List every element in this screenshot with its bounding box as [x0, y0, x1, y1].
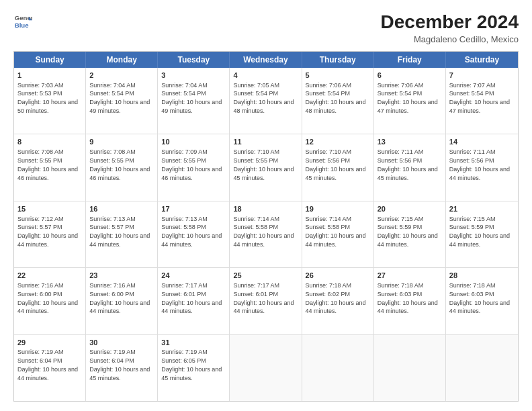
day-3: 3 Sunrise: 7:04 AMSunset: 5:54 PMDayligh… [158, 68, 230, 134]
day-20: 20 Sunrise: 7:15 AMSunset: 5:59 PMDaylig… [374, 201, 446, 267]
svg-text:Blue: Blue [15, 21, 29, 29]
day-14: 14 Sunrise: 7:11 AMSunset: 5:56 PMDaylig… [446, 134, 518, 200]
day-29: 29 Sunrise: 7:19 AMSunset: 6:04 PMDaylig… [14, 335, 86, 401]
day-30: 30 Sunrise: 7:19 AMSunset: 6:04 PMDaylig… [86, 335, 158, 401]
calendar: Sunday Monday Tuesday Wednesday Thursday… [13, 51, 519, 402]
day-4: 4 Sunrise: 7:05 AMSunset: 5:54 PMDayligh… [230, 68, 302, 134]
calendar-header: Sunday Monday Tuesday Wednesday Thursday… [14, 52, 518, 68]
day-2: 2 Sunrise: 7:04 AMSunset: 5:54 PMDayligh… [86, 68, 158, 134]
day-11: 11 Sunrise: 7:10 AMSunset: 5:55 PMDaylig… [230, 134, 302, 200]
week-row-4: 22 Sunrise: 7:16 AMSunset: 6:00 PMDaylig… [14, 267, 518, 334]
day-5: 5 Sunrise: 7:06 AMSunset: 5:54 PMDayligh… [302, 68, 374, 134]
day-24: 24 Sunrise: 7:17 AMSunset: 6:01 PMDaylig… [158, 268, 230, 334]
week-row-5: 29 Sunrise: 7:19 AMSunset: 6:04 PMDaylig… [14, 334, 518, 401]
day-12: 12 Sunrise: 7:10 AMSunset: 5:56 PMDaylig… [302, 134, 374, 200]
week-row-2: 8 Sunrise: 7:08 AMSunset: 5:55 PMDayligh… [14, 134, 518, 200]
empty-cell-1 [230, 335, 302, 401]
header: General Blue December 2024 Magdaleno Ced… [13, 12, 519, 44]
logo-icon: General Blue [13, 12, 32, 31]
title-section: December 2024 Magdaleno Cedillo, Mexico [381, 12, 519, 44]
day-15: 15 Sunrise: 7:12 AMSunset: 5:57 PMDaylig… [14, 201, 86, 267]
day-6: 6 Sunrise: 7:06 AMSunset: 5:54 PMDayligh… [374, 68, 446, 134]
day-27: 27 Sunrise: 7:18 AMSunset: 6:03 PMDaylig… [374, 268, 446, 334]
header-thursday: Thursday [302, 52, 374, 68]
empty-cell-2 [302, 335, 374, 401]
day-25: 25 Sunrise: 7:17 AMSunset: 6:01 PMDaylig… [230, 268, 302, 334]
page: General Blue December 2024 Magdaleno Ced… [0, 0, 532, 411]
empty-cell-3 [374, 335, 446, 401]
main-title: December 2024 [381, 12, 519, 33]
day-26: 26 Sunrise: 7:18 AMSunset: 6:02 PMDaylig… [302, 268, 374, 334]
header-sunday: Sunday [14, 52, 86, 68]
header-monday: Monday [86, 52, 158, 68]
header-saturday: Saturday [446, 52, 518, 68]
empty-cell-4 [446, 335, 518, 401]
week-row-1: 1 Sunrise: 7:03 AMSunset: 5:53 PMDayligh… [14, 68, 518, 134]
logo: General Blue [13, 12, 32, 31]
day-18: 18 Sunrise: 7:14 AMSunset: 5:58 PMDaylig… [230, 201, 302, 267]
day-28: 28 Sunrise: 7:18 AMSunset: 6:03 PMDaylig… [446, 268, 518, 334]
header-friday: Friday [374, 52, 446, 68]
week-row-3: 15 Sunrise: 7:12 AMSunset: 5:57 PMDaylig… [14, 201, 518, 267]
day-13: 13 Sunrise: 7:11 AMSunset: 5:56 PMDaylig… [374, 134, 446, 200]
day-22: 22 Sunrise: 7:16 AMSunset: 6:00 PMDaylig… [14, 268, 86, 334]
day-7: 7 Sunrise: 7:07 AMSunset: 5:54 PMDayligh… [446, 68, 518, 134]
day-9: 9 Sunrise: 7:08 AMSunset: 5:55 PMDayligh… [86, 134, 158, 200]
calendar-body: 1 Sunrise: 7:03 AMSunset: 5:53 PMDayligh… [14, 68, 518, 401]
day-19: 19 Sunrise: 7:14 AMSunset: 5:58 PMDaylig… [302, 201, 374, 267]
subtitle: Magdaleno Cedillo, Mexico [381, 34, 519, 44]
day-16: 16 Sunrise: 7:13 AMSunset: 5:57 PMDaylig… [86, 201, 158, 267]
day-10: 10 Sunrise: 7:09 AMSunset: 5:55 PMDaylig… [158, 134, 230, 200]
day-21: 21 Sunrise: 7:15 AMSunset: 5:59 PMDaylig… [446, 201, 518, 267]
day-8: 8 Sunrise: 7:08 AMSunset: 5:55 PMDayligh… [14, 134, 86, 200]
day-31: 31 Sunrise: 7:19 AMSunset: 6:05 PMDaylig… [158, 335, 230, 401]
day-23: 23 Sunrise: 7:16 AMSunset: 6:00 PMDaylig… [86, 268, 158, 334]
header-wednesday: Wednesday [230, 52, 302, 68]
day-1: 1 Sunrise: 7:03 AMSunset: 5:53 PMDayligh… [14, 68, 86, 134]
header-tuesday: Tuesday [158, 52, 230, 68]
day-17: 17 Sunrise: 7:13 AMSunset: 5:58 PMDaylig… [158, 201, 230, 267]
